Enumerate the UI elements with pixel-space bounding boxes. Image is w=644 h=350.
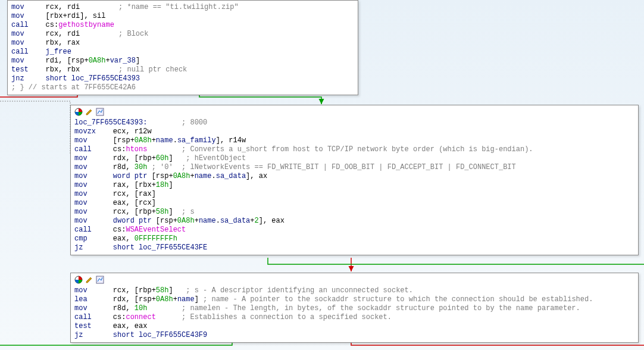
asm-line: mov rbx, rax xyxy=(11,39,354,48)
node-toolbar xyxy=(74,276,634,284)
edit-icon[interactable] xyxy=(85,108,93,116)
asm-line: cmp eax, 0FFFFFFFFh xyxy=(74,235,634,243)
asm-line: jz short loc_7FF655CE43F9 xyxy=(74,331,634,340)
location-label: loc_7FF655CE4393: xyxy=(74,118,147,127)
disassembly-listing: mov rcx, [rbp+58h] ; s - A descriptor id… xyxy=(74,286,634,340)
asm-line: ; } // starts at 7FF655CE42A6 xyxy=(11,83,354,92)
asm-line: jz short loc_7FF655CE43FE xyxy=(74,243,634,252)
asm-line: lea rdx, [rsp+0A8h+name] ; name - A poin… xyxy=(74,295,634,304)
asm-line: call cs:connect ; Establishes a connecti… xyxy=(74,313,634,322)
asm-line: mov rcx, rdi ; *name == "ti.twilight.zip… xyxy=(11,3,354,12)
asm-line: call cs:gethostbyname xyxy=(11,21,354,30)
asm-line: mov rdi, [rsp+0A8h+var_38] xyxy=(11,57,354,65)
asm-line: call j_free xyxy=(11,48,354,57)
location-comment: ; 8000 xyxy=(182,118,207,127)
disassembly-listing: loc_7FF655CE4393: ; 8000 movzx ecx, r12w… xyxy=(74,118,634,252)
asm-line: test rbx, rbx ; null ptr check xyxy=(11,65,354,74)
asm-line: mov [rbx+rdi], sil xyxy=(11,12,354,21)
asm-line: call cs:htons ; Converts a u_short from … xyxy=(74,145,634,154)
asm-line: mov eax, [rcx] xyxy=(74,199,634,208)
svg-rect-3 xyxy=(96,276,104,283)
color-circle-icon[interactable] xyxy=(74,108,83,116)
node-toolbar xyxy=(74,108,634,116)
asm-line: mov [rsp+0A8h+name.sa_family], r14w xyxy=(74,136,634,145)
asm-line: test eax, eax xyxy=(74,322,634,331)
asm-line: mov rcx, [rbp+58h] ; s xyxy=(74,208,634,217)
asm-line: mov rax, [rbx+18h] xyxy=(74,181,634,190)
disassembly-listing: mov rcx, rdi ; *name == "ti.twilight.zip… xyxy=(11,3,354,92)
asm-line: mov r8d, 30h ; '0' ; lNetworkEvents == F… xyxy=(74,163,634,172)
color-circle-icon[interactable] xyxy=(74,276,83,284)
edit-icon[interactable] xyxy=(85,276,93,284)
asm-line: mov rcx, [rax] xyxy=(74,190,634,199)
basic-block-connect[interactable]: mov rcx, [rbp+58h] ; s - A descriptor id… xyxy=(70,273,639,343)
asm-line: mov rdx, [rbp+60h] ; hEventObject xyxy=(74,154,634,163)
graph-view-icon[interactable] xyxy=(96,276,104,284)
svg-rect-1 xyxy=(96,108,104,115)
asm-line: mov word ptr [rsp+0A8h+name.sa_data], ax xyxy=(74,172,634,181)
asm-line: movzx ecx, r12w xyxy=(74,127,634,136)
asm-line: mov rcx, rdi ; Block xyxy=(11,30,354,39)
basic-block-pre[interactable]: mov rcx, rdi ; *name == "ti.twilight.zip… xyxy=(7,0,358,95)
asm-line: jnz short loc_7FF655CE4393 xyxy=(11,74,354,83)
graph-view-icon[interactable] xyxy=(96,108,104,116)
basic-block-loc_7FF655CE4393[interactable]: loc_7FF655CE4393: ; 8000 movzx ecx, r12w… xyxy=(70,105,639,255)
asm-line: call cs:WSAEventSelect xyxy=(74,226,634,235)
asm-line: mov rcx, [rbp+58h] ; s - A descriptor id… xyxy=(74,286,634,295)
asm-line: mov r8d, 10h ; namelen - The length, in … xyxy=(74,304,634,313)
asm-line: mov dword ptr [rsp+0A8h+name.sa_data+2],… xyxy=(74,217,634,226)
